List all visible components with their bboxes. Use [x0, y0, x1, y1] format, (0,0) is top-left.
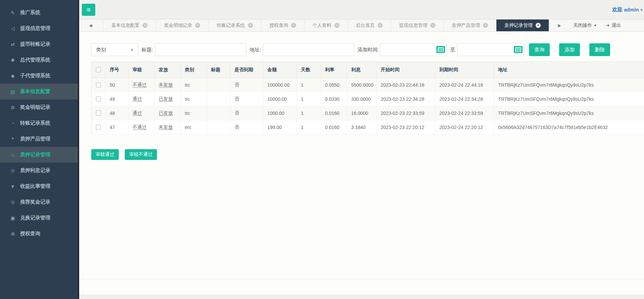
sidebar-item-transfer-record-system[interactable]: ◔转账记录系统 [0, 115, 78, 131]
tab-transfer-record-system[interactable]: 转账记录系统× [209, 19, 261, 31]
calendar-icon[interactable] [436, 46, 445, 53]
sidebar-item-label: 质押利息记录 [20, 167, 50, 174]
cell-amount: 10000.00 [263, 92, 297, 106]
cell-type: erc [181, 120, 207, 134]
close-icon[interactable]: × [536, 23, 541, 28]
sidebar-item-basic-info-config[interactable]: ▤基本信息配置 [0, 84, 78, 99]
sidebar-item-sub-agent-system[interactable]: ☻子代管理系统 [0, 68, 78, 84]
close-operations-dropdown[interactable]: 关闭操作▾ [569, 19, 601, 31]
cell-rate: 0.0160 [321, 120, 347, 134]
row-checkbox[interactable] [96, 96, 101, 101]
tab-bonus-detail-records[interactable]: 奖金明细记录× [156, 19, 209, 31]
cell-title [207, 120, 230, 134]
cell-no: 47 [106, 120, 128, 134]
close-icon[interactable]: × [291, 23, 296, 28]
close-icon[interactable]: × [195, 23, 200, 28]
cell-title [207, 106, 230, 120]
close-icon[interactable]: × [430, 23, 435, 28]
comment-icon: ❝ [9, 136, 17, 142]
category-select[interactable]: 类别 ∨ [91, 43, 138, 56]
sidebar-item-pledge-record-management[interactable]: ∪质押记录管理 [0, 147, 78, 163]
sidebar-item-promotion-system[interactable]: ✎推广系统 [0, 5, 78, 20]
cell-amount: 199.00 [263, 120, 297, 134]
sidebar-item-withdrawal-info-management[interactable]: ◁提现信息管理 [0, 20, 78, 36]
tab-bar: « 基本信息配置× 奖金明细记录× 转账记录系统× 授权查询× 个人资料× 后台… [79, 19, 644, 32]
tab-content: 类别 ∨ 标题: 地址: 添加时间 至 查询 添加 删 [79, 32, 644, 295]
close-icon[interactable]: × [334, 23, 339, 28]
sidebar-item-pledge-product-management[interactable]: ❝质押产品管理 [0, 131, 78, 147]
cell-audit[interactable]: 不通过 [132, 124, 147, 130]
content-divider [79, 279, 644, 279]
logout-button[interactable]: ⇥退出 [601, 19, 626, 31]
close-icon[interactable]: × [248, 23, 253, 28]
address-filter-input[interactable] [263, 43, 354, 56]
close-icon[interactable]: × [483, 23, 488, 28]
cell-expired: 否 [230, 106, 263, 120]
close-icon[interactable]: × [143, 23, 148, 28]
sidebar-toggle-button[interactable]: ≡ [82, 4, 95, 16]
cell-end-time: 2023-02-24 22:34:28 [435, 92, 494, 106]
power-icon: ⊙ [9, 200, 17, 205]
cell-issue[interactable]: 未发放 [159, 82, 173, 87]
sidebar-item-exchange-record-management[interactable]: ▣兑换记录管理 [0, 210, 78, 226]
user-menu[interactable]: 欢迎 admin ▾ [612, 6, 642, 13]
cell-issue[interactable]: 未发放 [159, 124, 173, 130]
cell-start-time: 2023-02-23 22:33:59 [377, 106, 435, 120]
cell-audit[interactable]: 通过 [132, 96, 142, 101]
tabs-scroll-right-button[interactable]: » [549, 19, 569, 31]
cell-address: 0x5606A32d746757163D7a74c7f581eb5e1b2E46… [494, 120, 644, 134]
approve-button[interactable]: 审核通过 [91, 149, 119, 160]
reject-button[interactable]: 审核不通过 [125, 149, 157, 160]
sidebar-item-general-agent-system[interactable]: ✱总代管理系统 [0, 52, 78, 68]
caret-down-icon: ▾ [594, 23, 596, 28]
tab-basic-info-config[interactable]: 基本信息配置× [103, 19, 156, 31]
tabs-scroll-left-button[interactable]: « [79, 19, 103, 31]
row-checkbox[interactable] [96, 111, 101, 116]
cell-days: 1 [297, 120, 321, 134]
cell-issue[interactable]: 已发放 [159, 110, 173, 116]
cell-no: 50 [106, 78, 128, 92]
close-icon[interactable]: × [378, 23, 383, 28]
delete-button[interactable]: 删除 [589, 43, 610, 56]
tab-authorization-query[interactable]: 授权查询× [261, 19, 305, 31]
tab-label: 个人资料 [313, 23, 331, 29]
cell-interest: 5500.0000 [347, 78, 377, 92]
sidebar-item-bonus-detail-records[interactable]: ⚙奖金明细记录 [0, 99, 78, 115]
sidebar-item-authorization-query[interactable]: ⋒授权查询 [0, 226, 78, 242]
tab-admin-home[interactable]: 后台首页× [348, 19, 391, 31]
query-button[interactable]: 查询 [529, 43, 550, 56]
edit-icon: ✎ [9, 10, 17, 15]
tab-label: 转账记录系统 [217, 23, 245, 29]
shuffle-icon: ⇄ [9, 42, 17, 47]
batch-actions: 审核通过 审核不通过 [91, 149, 644, 160]
cell-audit[interactable]: 不通过 [132, 82, 147, 87]
table-row: 49 通过 已发放 trc 否 10000.00 1 0.0330 330.00… [92, 92, 644, 106]
sidebar-item-label: 转账记录系统 [20, 120, 50, 126]
sidebar-item-pledge-interest-records[interactable]: ⊙质押利息记录 [0, 163, 78, 178]
cell-end-time: 2023-02-24 22:33:59 [435, 106, 494, 120]
cell-type: trc [181, 106, 207, 120]
cell-start-time: 2023-02-23 22:44:16 [377, 78, 435, 92]
cell-audit[interactable]: 通过 [132, 110, 142, 116]
tab-withdrawal-info-management[interactable]: 提现信息管理× [391, 19, 444, 31]
title-filter-input[interactable] [155, 43, 246, 56]
sidebar-item-label: 推广系统 [20, 9, 40, 16]
tab-pledge-product-management[interactable]: 质押产品管理× [444, 19, 496, 31]
tab-personal-profile[interactable]: 个人资料× [305, 19, 348, 31]
column-header: 发放 [155, 62, 181, 78]
select-all-checkbox[interactable] [96, 67, 101, 72]
sidebar-item-income-ratio-management[interactable]: ▼收益比率管理 [0, 178, 78, 194]
cell-issue[interactable]: 已发放 [159, 96, 173, 101]
row-checkbox[interactable] [96, 125, 101, 130]
add-button[interactable]: 添加 [559, 43, 580, 56]
sidebar-item-label: 提币转账记录 [20, 41, 50, 47]
cell-interest: 3.1840 [347, 120, 377, 134]
row-checkbox[interactable] [96, 82, 101, 87]
sidebar-item-referral-bonus-records[interactable]: ⊙推荐奖金记录 [0, 194, 78, 210]
calendar-icon[interactable] [514, 46, 523, 53]
close-operations-label: 关闭操作 [573, 23, 592, 29]
sidebar-item-withdrawal-transfer-records[interactable]: ⇄提币转账记录 [0, 36, 78, 52]
start-date-field [380, 43, 447, 56]
tab-pledge-record-management[interactable]: 质押记录管理× [496, 19, 549, 31]
cell-address: TRTBRjKz7UmSFQvm7r6MgkqnQy9sU2p7ks [494, 106, 644, 120]
